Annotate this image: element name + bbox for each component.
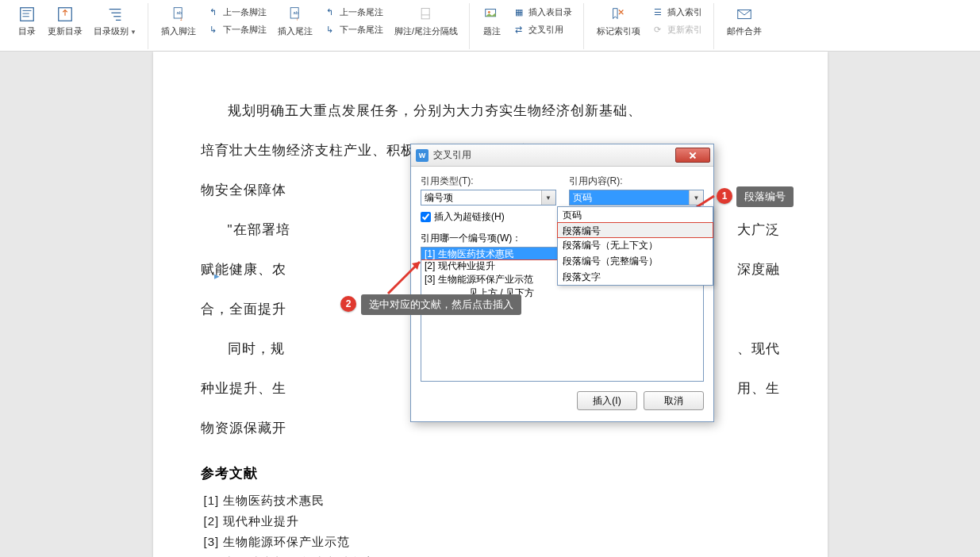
- insert-table-toc-label: 插入表目录: [528, 6, 572, 18]
- update-index-icon: ⟳: [651, 23, 664, 36]
- references-heading: 参考文献: [201, 464, 780, 482]
- insert-index-label: 插入索引: [667, 6, 702, 18]
- svg-rect-15: [421, 9, 429, 19]
- insert-footnote-label: 插入脚注: [161, 25, 196, 37]
- dropdown-option[interactable]: 段落编号（完整编号）: [558, 253, 713, 269]
- next-endnote-button[interactable]: ↳下一条尾注: [319, 21, 388, 38]
- dropdown-option[interactable]: 段落编号: [557, 222, 713, 238]
- hyperlink-checkbox-input[interactable]: [421, 212, 431, 222]
- table-toc-icon: ▦: [513, 6, 525, 18]
- toc-button[interactable]: 目录: [13, 3, 41, 46]
- prev-endnote-button[interactable]: ↰上一条尾注: [319, 3, 388, 21]
- next-endnote-label: 下一条尾注: [340, 24, 383, 36]
- prev-footnote-label: 上一条脚注: [223, 6, 267, 18]
- mark-index-button[interactable]: 标记索引项: [592, 3, 645, 46]
- next-endnote-icon: ↳: [324, 23, 336, 36]
- cross-reference-button[interactable]: ⇄交叉引用: [508, 21, 577, 38]
- separator-label: 脚注/尾注分隔线: [394, 25, 458, 37]
- insert-index-button[interactable]: ☰插入索引: [647, 3, 707, 21]
- dropdown-option[interactable]: 段落编号（无上下文）: [558, 237, 713, 253]
- svg-point-18: [488, 11, 490, 13]
- ref-content-dropdown[interactable]: 页码 段落编号 段落编号（无上下文） 段落编号（完整编号） 段落文字: [557, 206, 713, 286]
- toc-label: 目录: [18, 25, 36, 37]
- ref-content-value: 页码: [573, 191, 592, 205]
- svg-text:i: i: [297, 17, 298, 21]
- prev-footnote-button[interactable]: ↰上一条脚注: [202, 3, 271, 21]
- svg-text:ab: ab: [176, 10, 181, 15]
- prev-footnote-icon: ↰: [207, 6, 220, 18]
- ref-type-value: 编号项: [425, 191, 453, 205]
- prev-endnote-label: 上一条尾注: [340, 6, 383, 18]
- next-footnote-icon: ↳: [207, 23, 220, 36]
- insert-endnote-button[interactable]: abi 插入尾注: [273, 3, 317, 46]
- svg-text:ab: ab: [293, 10, 298, 15]
- prev-endnote-icon: ↰: [324, 6, 336, 18]
- update-index-label: 更新索引: [667, 24, 702, 36]
- page-marker-icon: ▸: [214, 270, 220, 282]
- update-index-button: ⟳更新索引: [647, 21, 707, 38]
- caption-button[interactable]: 题注: [478, 3, 506, 46]
- reference-item: [4] 生物技术与信息技术融合应用: [201, 552, 780, 557]
- cancel-button[interactable]: 取消: [644, 391, 704, 410]
- toc-level-button[interactable]: 目录级别▼: [89, 3, 141, 46]
- mail-merge-label: 邮件合并: [727, 25, 762, 37]
- svg-text:1: 1: [180, 17, 183, 21]
- ref-content-label: 引用内容(R):: [569, 175, 705, 188]
- chevron-down-icon: ▼: [541, 190, 555, 205]
- separator-button: 脚注/尾注分隔线: [390, 3, 463, 46]
- separator-icon: [417, 5, 436, 24]
- insert-table-toc-button[interactable]: ▦插入表目录: [508, 3, 577, 21]
- reference-item: [2] 现代种业提升: [201, 511, 780, 532]
- chevron-down-icon: ▼: [689, 190, 703, 205]
- toc-level-icon: [106, 5, 125, 24]
- list-item[interactable]: 见上方 / 见下方: [421, 286, 703, 300]
- mail-merge-button[interactable]: 邮件合并: [722, 3, 767, 46]
- cross-ref-icon: ⇄: [513, 23, 525, 36]
- caption-icon: [482, 5, 502, 24]
- update-toc-label: 更新目录: [48, 25, 83, 37]
- ref-type-combo[interactable]: 编号项 ▼: [421, 190, 556, 206]
- ref-content-combo[interactable]: 页码 ▼: [569, 190, 705, 206]
- cross-reference-label: 交叉引用: [528, 24, 563, 36]
- mark-index-label: 标记索引项: [597, 25, 640, 37]
- mail-merge-icon: [735, 5, 754, 24]
- next-footnote-label: 下一条脚注: [223, 24, 267, 36]
- toc-icon: [17, 5, 37, 24]
- next-footnote-button[interactable]: ↳下一条脚注: [202, 21, 271, 38]
- close-button[interactable]: [675, 148, 710, 163]
- insert-button[interactable]: 插入(I): [577, 391, 637, 410]
- insert-index-icon: ☰: [651, 6, 664, 18]
- dropdown-option[interactable]: 页码: [558, 207, 713, 223]
- mark-index-icon: [609, 5, 628, 24]
- hyperlink-label: 插入为超链接(H): [434, 210, 505, 224]
- ref-type-label: 引用类型(T):: [421, 175, 556, 188]
- caption-label: 题注: [483, 25, 501, 37]
- reference-item: [1] 生物医药技术惠民: [201, 490, 780, 511]
- insert-footnote-button[interactable]: ab1 插入脚注: [156, 3, 201, 46]
- body-text: 规划明确五大重点发展任务，分别为大力夯实生物经济创新基础、: [201, 91, 780, 131]
- toc-level-label: 目录级别▼: [94, 25, 136, 37]
- wps-logo-icon: W: [416, 149, 429, 162]
- ribbon-toolbar: 目录 更新目录 目录级别▼ ab1 插入脚注 ↰上一条脚注 ↳下一条脚注: [0, 0, 980, 52]
- dialog-titlebar[interactable]: W 交叉引用: [411, 144, 713, 167]
- svg-rect-0: [21, 8, 34, 21]
- reference-item: [3] 生物能源环保产业示范: [201, 532, 780, 552]
- insert-endnote-icon: abi: [286, 5, 305, 24]
- dialog-title: 交叉引用: [433, 148, 471, 162]
- insert-footnote-icon: ab1: [169, 5, 188, 24]
- dropdown-option[interactable]: 段落文字: [558, 269, 713, 285]
- insert-endnote-label: 插入尾注: [278, 25, 313, 37]
- update-toc-button[interactable]: 更新目录: [43, 3, 87, 46]
- update-toc-icon: [56, 5, 75, 24]
